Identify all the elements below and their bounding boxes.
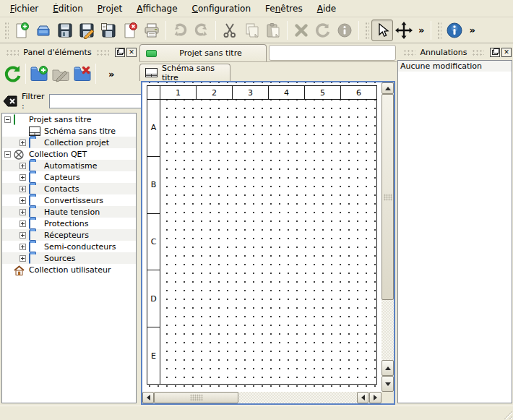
save-as-icon <box>78 22 95 39</box>
toolbar-overflow-button[interactable]: » <box>465 25 478 35</box>
tree-item-contacts[interactable]: Contacts <box>2 183 136 194</box>
tree-item-capteurs[interactable]: Capteurs <box>2 171 136 183</box>
save-all-button[interactable] <box>98 20 119 41</box>
expand-icon[interactable] <box>20 232 26 239</box>
scroll-left-button-2[interactable] <box>357 392 368 403</box>
dock-handle <box>96 48 109 56</box>
toolbar-handle[interactable] <box>364 21 369 40</box>
delete-button[interactable] <box>290 20 312 41</box>
new-document-icon <box>13 22 30 39</box>
reload-collections-button[interactable] <box>1 63 23 85</box>
project-icon <box>146 50 157 57</box>
tree-item-automatisme[interactable]: Automatisme <box>2 160 136 171</box>
cut-button[interactable] <box>219 20 241 41</box>
open-button[interactable] <box>33 20 54 41</box>
expand-icon[interactable] <box>20 244 26 250</box>
undo-panel-dock: Annulations ✕ Aucune modification <box>397 45 513 406</box>
tree-item-recepteurs[interactable]: Récepteurs <box>2 229 136 241</box>
toolbar-handle[interactable] <box>4 21 9 40</box>
scroll-right-button[interactable] <box>369 392 381 403</box>
elements-panel-titlebar[interactable]: Panel d'éléments ✕ <box>1 45 137 59</box>
menu-configuration[interactable]: Configuration <box>185 1 258 16</box>
vertical-scrollbar-thumb[interactable] <box>381 94 394 300</box>
float-panel-button[interactable] <box>490 48 500 57</box>
close-document-button[interactable] <box>119 20 141 41</box>
tree-item-schema-sans-titre[interactable]: Schéma sans titre <box>2 125 136 137</box>
tree-item-semi-conducteurs[interactable]: Semi-conducteurs <box>2 241 136 252</box>
resize-grip[interactable] <box>501 408 512 419</box>
menu-edition[interactable]: Édition <box>46 1 90 16</box>
new-category-button[interactable] <box>28 63 50 85</box>
menu-fenetres[interactable]: Fenêtres <box>258 1 310 16</box>
expand-icon[interactable] <box>20 163 26 169</box>
schema-tab-label: Schéma sans titre <box>162 64 225 82</box>
about-info-button[interactable] <box>444 20 465 41</box>
expand-icon[interactable] <box>20 186 26 192</box>
undo-panel-titlebar[interactable]: Annulations ✕ <box>399 45 512 59</box>
print-button[interactable] <box>141 20 163 41</box>
tab-schema-sans-titre[interactable]: Schéma sans titre <box>139 64 230 81</box>
float-panel-button[interactable] <box>115 48 125 57</box>
thumb-grip <box>384 194 392 200</box>
expand-icon[interactable] <box>20 255 26 262</box>
folder-icon <box>29 231 40 240</box>
tree-item-protections[interactable]: Protections <box>2 218 136 229</box>
row-header: A <box>147 100 160 157</box>
vertical-scrollbar[interactable] <box>381 82 394 392</box>
expand-icon[interactable] <box>20 197 26 204</box>
toolbar-separator <box>215 21 216 40</box>
toolbar-overflow-button[interactable]: » <box>415 25 428 35</box>
menu-aide[interactable]: Aide <box>310 1 344 16</box>
horizontal-scrollbar-thumb[interactable] <box>154 392 238 403</box>
menu-fichier[interactable]: Fichier <box>3 1 46 16</box>
close-panel-button[interactable]: ✕ <box>126 48 137 57</box>
scroll-down-button[interactable] <box>381 376 394 392</box>
pan-view-button[interactable] <box>393 20 415 41</box>
element-info-button[interactable] <box>334 20 355 41</box>
new-document-button[interactable] <box>11 20 33 41</box>
scroll-left-button[interactable] <box>142 392 154 403</box>
paste-button[interactable] <box>262 20 284 41</box>
undo-button[interactable] <box>169 20 191 41</box>
diagram-scene[interactable]: 1 2 3 4 5 6 A B C D E <box>142 82 381 392</box>
tree-item-projet-sans-titre[interactable]: Projet sans titre <box>2 113 136 125</box>
close-panel-button[interactable]: ✕ <box>501 48 512 57</box>
folder-icon <box>29 161 40 171</box>
save-as-button[interactable] <box>76 20 98 41</box>
scroll-up-button[interactable] <box>381 82 394 94</box>
undo-history-list[interactable]: Aucune modification <box>397 60 512 403</box>
tree-item-collection-utilisateur[interactable]: Collection utilisateur <box>2 264 136 275</box>
menu-affichage[interactable]: Affichage <box>129 1 184 16</box>
tree-item-convertisseurs[interactable]: Convertisseurs <box>2 194 136 206</box>
tree-item-collection-qet[interactable]: Collection QET <box>2 148 136 160</box>
folder-icon <box>29 184 40 194</box>
expand-icon[interactable] <box>20 209 26 215</box>
toolbar-handle[interactable] <box>436 21 441 40</box>
thumb-grip <box>190 395 203 401</box>
edit-category-button[interactable] <box>50 63 72 85</box>
save-button[interactable] <box>54 20 76 41</box>
clear-filter-icon[interactable] <box>3 95 17 107</box>
folder-icon <box>29 173 40 182</box>
diagram-view[interactable]: 1 2 3 4 5 6 A B C D E <box>141 81 395 405</box>
collapse-icon[interactable] <box>4 116 11 123</box>
tab-projet-sans-titre[interactable]: Projet sans titre <box>139 44 267 61</box>
redo-button[interactable] <box>191 20 212 41</box>
expand-icon[interactable] <box>20 174 26 181</box>
tree-item-collection-projet[interactable]: Collection projet <box>2 137 136 148</box>
tree-item-haute-tension[interactable]: Haute tension <box>2 206 136 218</box>
undo-list-item[interactable]: Aucune modification <box>398 61 512 72</box>
scroll-up-button-2[interactable] <box>381 360 394 376</box>
expand-icon[interactable] <box>20 140 26 146</box>
tree-item-sources[interactable]: Sources <box>2 252 136 264</box>
panel-toolbar-overflow-button[interactable]: » <box>108 69 114 80</box>
copy-button[interactable] <box>241 20 262 41</box>
collapse-icon[interactable] <box>4 151 11 158</box>
expand-icon[interactable] <box>20 220 26 227</box>
rotate-button[interactable] <box>312 20 334 41</box>
menu-projet[interactable]: Projet <box>90 1 129 16</box>
delete-category-button[interactable] <box>72 63 93 85</box>
select-pointer-button[interactable] <box>371 20 393 41</box>
horizontal-scrollbar[interactable] <box>142 392 381 403</box>
column-header: 2 <box>197 86 233 99</box>
